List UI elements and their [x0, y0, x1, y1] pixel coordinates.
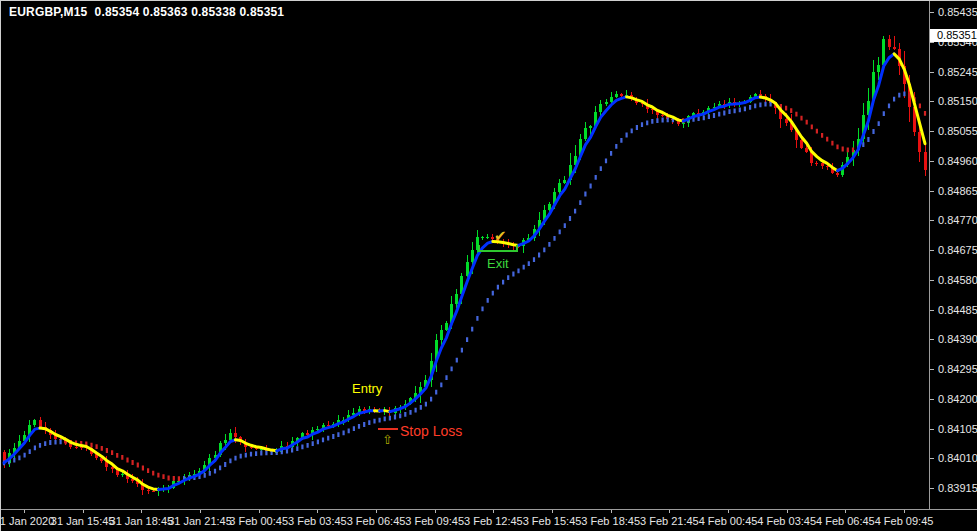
trend-ma-segment	[838, 54, 895, 171]
current-price-tag: 0.85351	[930, 29, 977, 42]
time-axis-label: 3 Feb 18:45	[581, 515, 640, 527]
bear-candle-bodies	[3, 39, 927, 492]
time-axis-label: 3 Feb 09:45	[405, 515, 464, 527]
price-axis-label: 0.84485	[938, 304, 977, 316]
price-axis-tick	[930, 220, 934, 221]
price-axis-label: 0.84580	[938, 274, 977, 286]
time-axis-tick	[728, 510, 729, 513]
annotations-layer: Entry⇧Stop Loss✔Exit	[352, 227, 517, 447]
price-axis-label: 0.85055	[938, 125, 977, 137]
price-axis-label: 0.84200	[938, 393, 977, 405]
time-axis-tick	[24, 510, 25, 513]
bear-candle-wicks	[4, 35, 925, 496]
time-axis[interactable]: 31 Jan 202031 Jan 15:4531 Jan 18:4531 Ja…	[1, 509, 977, 531]
time-axis-label: 3 Feb 00:45	[229, 515, 288, 527]
time-axis-tick	[200, 510, 201, 513]
price-axis-tick	[930, 369, 934, 370]
time-axis-label: 31 Jan 15:45	[51, 515, 115, 527]
time-axis-tick	[317, 510, 318, 513]
price-axis-label: 0.84295	[938, 363, 977, 375]
price-axis-tick	[930, 72, 934, 73]
time-axis-label: 3 Feb 03:45	[288, 515, 347, 527]
time-axis-label: 3 Feb 15:45	[523, 515, 582, 527]
dotted-ma-down	[66, 93, 925, 481]
price-axis-tick	[930, 399, 934, 400]
time-axis-label: 4 Feb 09:45	[875, 515, 934, 527]
mt4-chart-window: Entry⇧Stop Loss✔Exit EURGBP,M15 0.85354 …	[0, 0, 977, 531]
price-axis-tick	[930, 488, 934, 489]
time-axis-label: 4 Feb 06:45	[816, 515, 875, 527]
price-axis-label: 0.83915	[938, 482, 977, 494]
trend-ma-segment	[519, 97, 627, 246]
price-axis-tick	[930, 250, 934, 251]
entry-label[interactable]: Entry	[352, 381, 383, 396]
time-axis-tick	[493, 510, 494, 513]
chart-canvas[interactable]: Entry⇧Stop Loss✔Exit	[1, 1, 929, 509]
price-axis-label: 0.84960	[938, 155, 977, 167]
chart-ohlc-header: EURGBP,M15 0.85354 0.85363 0.85338 0.853…	[9, 5, 284, 19]
price-axis-label: 0.85435	[938, 6, 977, 18]
price-axis-label: 0.84865	[938, 185, 977, 197]
price-axis-label: 0.84390	[938, 333, 977, 345]
price-axis-tick	[930, 458, 934, 459]
trend-ma-segment	[683, 97, 760, 121]
time-axis-tick	[669, 510, 670, 513]
price-axis-label: 0.85245	[938, 66, 977, 78]
time-axis-tick	[787, 510, 788, 513]
time-axis-label: 4 Feb 03:45	[757, 515, 816, 527]
time-axis-tick	[611, 510, 612, 513]
stop-loss-arrow-icon[interactable]: ⇧	[382, 432, 393, 447]
time-axis-tick	[259, 510, 260, 513]
time-axis-label: 3 Feb 06:45	[347, 515, 406, 527]
price-axis-tick	[930, 280, 934, 281]
time-axis-label: 31 Jan 18:45	[110, 515, 174, 527]
price-axis[interactable]: 0.854350.853400.852450.851500.850550.849…	[929, 1, 977, 509]
price-axis-tick	[930, 131, 934, 132]
exit-check-icon[interactable]: ✔	[494, 227, 507, 244]
time-axis-tick	[845, 510, 846, 513]
time-axis-tick	[904, 510, 905, 513]
candles-layer	[3, 35, 927, 496]
price-axis-tick	[930, 310, 934, 311]
trend-ma-segment	[760, 97, 837, 171]
time-axis-tick	[435, 510, 436, 513]
price-axis-label: 0.84010	[938, 452, 977, 464]
price-axis-tick	[930, 101, 934, 102]
trend-ma-segment	[277, 411, 375, 451]
price-chart-plot[interactable]: Entry⇧Stop Loss✔Exit EURGBP,M15 0.85354 …	[1, 1, 929, 509]
price-axis-label: 0.84675	[938, 244, 977, 256]
time-axis-label: 3 Feb 21:45	[640, 515, 699, 527]
time-axis-label: 31 Jan 21:45	[168, 515, 232, 527]
time-axis-label: 4 Feb 00:45	[699, 515, 758, 527]
time-axis-tick	[141, 510, 142, 513]
trend-ma-segment	[627, 97, 684, 121]
trend-ma-layer	[4, 54, 925, 490]
price-axis-tick	[930, 12, 934, 13]
price-axis-tick	[930, 161, 934, 162]
trend-ma-segment	[40, 428, 158, 489]
price-axis-label: 0.85150	[938, 95, 977, 107]
time-axis-label: 3 Feb 12:45	[464, 515, 523, 527]
time-axis-tick	[83, 510, 84, 513]
price-axis-tick	[930, 339, 934, 340]
price-axis-label: 0.84105	[938, 423, 977, 435]
time-axis-tick	[376, 510, 377, 513]
time-axis-label: 31 Jan 2020	[0, 515, 54, 527]
exit-label[interactable]: Exit	[487, 256, 509, 271]
price-axis-tick	[930, 191, 934, 192]
trend-ma-segment	[158, 440, 235, 490]
time-axis-tick	[552, 510, 553, 513]
price-axis-label: 0.84770	[938, 214, 977, 226]
stop-loss-label[interactable]: Stop Loss	[400, 423, 462, 439]
price-axis-tick	[930, 429, 934, 430]
